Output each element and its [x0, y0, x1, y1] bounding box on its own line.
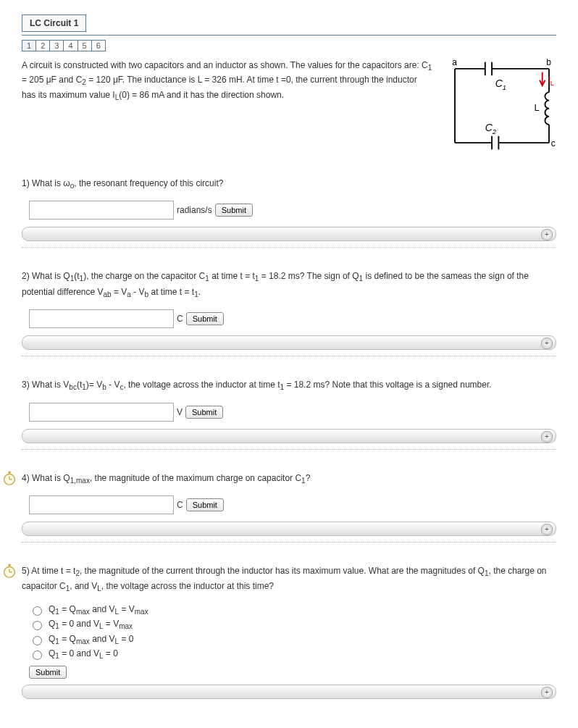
q4-unit: C — [177, 500, 183, 510]
q1-hint-bar[interactable]: + — [22, 227, 556, 241]
plus-icon[interactable]: + — [541, 431, 553, 443]
q4-submit-button[interactable]: Submit — [186, 498, 224, 511]
q5-option-2-radio[interactable] — [33, 621, 42, 630]
question-5: 5) At time t = t2, the magnitude of the … — [22, 564, 556, 699]
q5-options: Q1 = Qmax and VL = Vmax Q1 = 0 and VL = … — [22, 604, 556, 661]
stopwatch-icon — [1, 470, 17, 486]
plus-icon[interactable]: + — [541, 338, 553, 349]
q2-answer-input[interactable] — [29, 309, 174, 328]
svg-rect-13 — [8, 471, 11, 473]
l-label: L — [535, 102, 540, 113]
q5-submit-button[interactable]: Submit — [29, 666, 67, 679]
question-2: 2) What is Q1(t1), the charge on the cap… — [22, 269, 556, 356]
step-tabs: 1 2 3 4 5 6 — [22, 40, 556, 51]
question-1: 1) What is ωo, the resonant frequency of… — [22, 177, 556, 248]
q5-option-1-radio[interactable] — [33, 606, 42, 616]
q5-prompt: 5) At time t = t2, the magnitude of the … — [22, 564, 556, 595]
tab-3[interactable]: 3 — [49, 40, 64, 51]
c1-label: C1 — [495, 78, 506, 91]
q5-option-3-label: Q1 = Qmax and VL = 0 — [49, 634, 133, 645]
q2-submit-button[interactable]: Submit — [186, 312, 224, 325]
q4-answer-input[interactable] — [29, 495, 174, 514]
page-title: LC Circuit 1 — [22, 14, 86, 32]
c2-label: C2 — [485, 122, 497, 135]
q3-hint-bar[interactable]: + — [22, 429, 556, 443]
q5-option-2-label: Q1 = 0 and VL = Vmax — [49, 619, 133, 630]
q2-hint-bar[interactable]: + — [22, 335, 556, 350]
plus-icon[interactable]: + — [541, 524, 553, 535]
stopwatch-icon — [1, 563, 17, 579]
q2-prompt: 2) What is Q1(t1), the charge on the cap… — [22, 269, 556, 301]
q4-prompt: 4) What is Q1,max, the magnitude of the … — [22, 472, 556, 487]
title-rule — [22, 35, 556, 35]
q4-hint-bar[interactable]: + — [22, 522, 556, 536]
svg-rect-17 — [8, 564, 11, 566]
tab-6[interactable]: 6 — [91, 40, 106, 51]
q3-unit: V — [177, 407, 183, 417]
q3-prompt: 3) What is Vbc(t1)= Vb - Vc, the voltage… — [22, 378, 556, 393]
q5-hint-bar[interactable]: + — [22, 685, 556, 699]
plus-icon[interactable]: + — [541, 229, 553, 240]
tab-4[interactable]: 4 — [63, 40, 78, 51]
plus-icon[interactable]: + — [541, 687, 553, 698]
intro-row: A circuit is constructed with two capaci… — [22, 59, 556, 155]
q5-option-1-label: Q1 = Qmax and VL = Vmax — [49, 604, 148, 616]
q1-submit-button[interactable]: Submit — [215, 204, 253, 217]
question-4: 4) What is Q1,max, the magnitude of the … — [22, 472, 556, 543]
q1-prompt: 1) What is ωo, the resonant frequency of… — [22, 177, 556, 192]
question-3: 3) What is Vbc(t1)= Vb - Vc, the voltage… — [22, 378, 556, 449]
q1-unit: radians/s — [177, 205, 212, 215]
q2-unit: C — [177, 314, 183, 324]
q5-option-4-label: Q1 = 0 and VL = 0 — [49, 648, 118, 660]
node-b-label: b — [546, 59, 551, 67]
node-c-label: c — [551, 138, 556, 148]
q5-option-4-radio[interactable] — [33, 650, 42, 660]
q3-submit-button[interactable]: Submit — [185, 406, 223, 419]
node-a-label: a — [452, 59, 457, 67]
circuit-diagram: a b c C1 C2 L IL — [448, 59, 556, 155]
tab-1[interactable]: 1 — [22, 40, 36, 51]
intro-text: A circuit is constructed with two capaci… — [22, 59, 433, 103]
q1-answer-input[interactable] — [29, 201, 174, 219]
tab-2[interactable]: 2 — [35, 40, 50, 51]
q5-option-3-radio[interactable] — [33, 636, 42, 645]
tab-5[interactable]: 5 — [78, 40, 92, 51]
q3-answer-input[interactable] — [29, 403, 174, 422]
